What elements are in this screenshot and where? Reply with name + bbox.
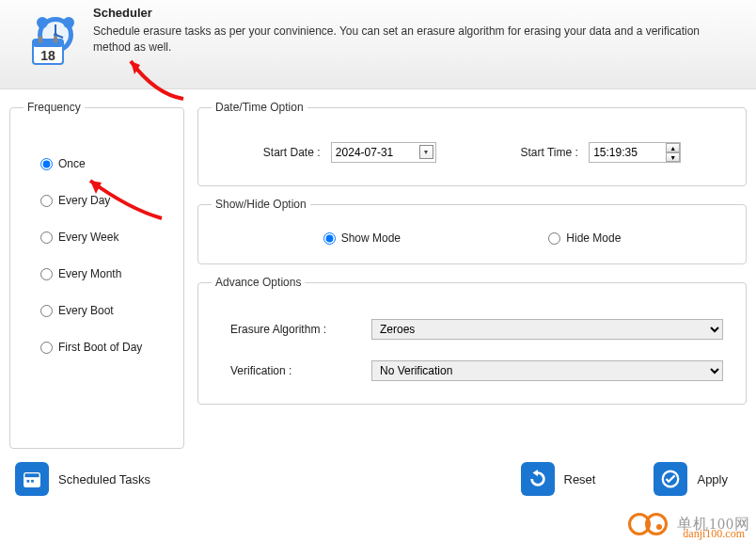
frequency-option-once[interactable]: Once: [40, 157, 170, 170]
frequency-option-every-month[interactable]: Every Month: [40, 267, 170, 280]
svg-rect-10: [54, 36, 57, 43]
frequency-legend: Frequency: [24, 101, 85, 114]
erasure-algorithm-label: Erasure Algorithm :: [230, 323, 371, 336]
show-mode-radio[interactable]: [323, 232, 336, 245]
svg-rect-16: [31, 480, 34, 483]
hide-mode-radio[interactable]: [548, 232, 560, 245]
erasure-algorithm-select[interactable]: Zeroes: [371, 319, 723, 340]
verification-label: Verification :: [230, 364, 371, 377]
svg-rect-15: [27, 480, 30, 483]
advance-legend: Advance Options: [212, 276, 305, 289]
advance-group: Advance Options Erasure Algorithm : Zero…: [197, 276, 747, 405]
page-title: Scheduler: [93, 6, 743, 20]
svg-rect-13: [24, 473, 40, 478]
frequency-radio-every-week[interactable]: [40, 231, 53, 244]
time-spin-down[interactable]: ▼: [666, 152, 680, 162]
apply-icon: [654, 462, 687, 496]
frequency-option-every-week[interactable]: Every Week: [40, 231, 170, 244]
frequency-radio-once[interactable]: [40, 158, 53, 170]
svg-rect-8: [33, 40, 63, 47]
calendar-dropdown-icon[interactable]: [419, 145, 433, 159]
frequency-radio-every-boot[interactable]: [40, 305, 53, 317]
showhide-group: Show/Hide Option Show Mode Hide Mode: [197, 198, 747, 264]
svg-text:18: 18: [40, 48, 55, 63]
svg-point-5: [37, 17, 48, 28]
page-description: Schedule erasure tasks as per your convi…: [93, 24, 714, 56]
showhide-legend: Show/Hide Option: [212, 198, 310, 211]
frequency-radio-every-month[interactable]: [40, 268, 53, 280]
page-header: 18 Scheduler Schedule erasure tasks as p…: [0, 0, 756, 89]
frequency-radio-every-day[interactable]: [40, 195, 53, 207]
frequency-option-first-boot[interactable]: First Boot of Day: [40, 341, 170, 354]
apply-button[interactable]: Apply: [648, 460, 733, 498]
svg-marker-17: [532, 470, 538, 476]
svg-point-6: [63, 17, 74, 28]
svg-rect-9: [39, 36, 42, 43]
reset-icon: [521, 462, 555, 496]
hide-mode-option[interactable]: Hide Mode: [548, 231, 621, 245]
frequency-radio-first-boot[interactable]: [40, 342, 53, 354]
scheduler-icon: 18: [13, 6, 93, 72]
frequency-option-every-day[interactable]: Every Day: [40, 194, 170, 207]
frequency-group: Frequency Once Every Day Every Week Ever…: [9, 101, 184, 449]
reset-button[interactable]: Reset: [515, 460, 602, 498]
watermark: 单机100网 danji100.com: [628, 508, 750, 540]
datetime-legend: Date/Time Option: [212, 101, 307, 114]
show-mode-option[interactable]: Show Mode: [323, 231, 401, 245]
frequency-option-every-boot[interactable]: Every Boot: [40, 304, 170, 317]
start-date-label: Start Date :: [263, 146, 321, 159]
verification-select[interactable]: No Verification: [371, 360, 723, 381]
scheduled-tasks-icon: [15, 462, 49, 496]
scheduled-tasks-button[interactable]: Scheduled Tasks: [9, 460, 156, 498]
start-time-label: Start Time :: [520, 146, 577, 159]
time-spin-up[interactable]: ▲: [666, 143, 680, 152]
datetime-group: Date/Time Option Start Date : Start Time…: [197, 101, 747, 186]
